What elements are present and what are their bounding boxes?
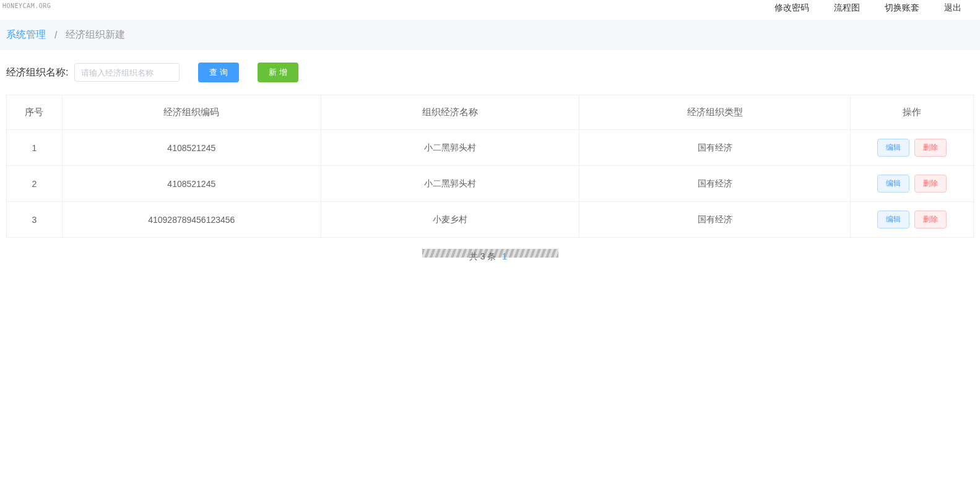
top-nav: 修改密码 流程图 切换账套 退出 — [0, 0, 980, 20]
search-label: 经济组织名称: — [6, 66, 68, 79]
add-button[interactable]: 新 增 — [258, 63, 298, 82]
table-row: 3410928789456123456小麦乡村国有经济编辑删除 — [7, 202, 974, 238]
th-index: 序号 — [7, 95, 63, 130]
cell-type: 国有经济 — [579, 166, 850, 202]
delete-button[interactable]: 删除 — [914, 139, 947, 157]
edit-button[interactable]: 编辑 — [877, 139, 909, 157]
nav-logout[interactable]: 退出 — [944, 2, 961, 14]
breadcrumb: 系统管理 / 经济组织新建 — [0, 20, 980, 50]
breadcrumb-root[interactable]: 系统管理 — [6, 28, 46, 41]
cell-name: 小二黑郭头村 — [321, 166, 579, 202]
query-button[interactable]: 查 询 — [198, 63, 239, 82]
cell-code: 4108521245 — [62, 166, 321, 202]
table-row: 14108521245小二黑郭头村国有经济编辑删除 — [7, 130, 974, 166]
pagination: 共 3 条 1 — [0, 238, 980, 276]
cell-name: 小麦乡村 — [321, 202, 579, 238]
th-action: 操作 — [850, 95, 973, 130]
table-header-row: 序号 经济组织编码 组织经济名称 经济组织类型 操作 — [7, 95, 974, 130]
th-code: 经济组织编码 — [62, 95, 321, 130]
cell-action: 编辑删除 — [850, 166, 973, 202]
delete-button[interactable]: 删除 — [914, 211, 947, 228]
table-row: 24108521245小二黑郭头村国有经济编辑删除 — [7, 166, 974, 202]
pager-prefix: 共 — [469, 251, 478, 261]
search-bar: 经济组织名称: 查 询 新 增 — [0, 50, 980, 95]
nav-flowchart[interactable]: 流程图 — [834, 2, 860, 14]
th-name: 组织经济名称 — [321, 95, 579, 130]
watermark-text: HONEYCAM.ORG — [2, 2, 51, 9]
cell-name: 小二黑郭头村 — [321, 130, 579, 166]
cell-index: 2 — [7, 166, 63, 202]
cell-index: 3 — [7, 202, 63, 238]
pager-suffix: 条 — [487, 251, 496, 261]
nav-switch-account[interactable]: 切换账套 — [885, 2, 919, 14]
pager-page-number[interactable]: 1 — [502, 251, 507, 261]
breadcrumb-sep: / — [54, 30, 57, 41]
org-name-input[interactable] — [74, 63, 180, 82]
edit-button[interactable]: 编辑 — [877, 211, 909, 228]
cell-type: 国有经济 — [579, 202, 850, 238]
pager-count: 3 — [480, 251, 485, 261]
edit-button[interactable]: 编辑 — [877, 175, 909, 193]
cell-code: 4108521245 — [62, 130, 321, 166]
cell-action: 编辑删除 — [850, 202, 973, 238]
cell-action: 编辑删除 — [850, 130, 973, 166]
breadcrumb-current: 经济组织新建 — [66, 28, 125, 41]
nav-change-password[interactable]: 修改密码 — [774, 2, 809, 14]
th-type: 经济组织类型 — [579, 95, 850, 130]
cell-index: 1 — [7, 130, 63, 166]
cell-code: 410928789456123456 — [62, 202, 321, 238]
delete-button[interactable]: 删除 — [914, 175, 947, 193]
org-table: 序号 经济组织编码 组织经济名称 经济组织类型 操作 14108521245小二… — [6, 95, 974, 238]
cell-type: 国有经济 — [579, 130, 850, 166]
